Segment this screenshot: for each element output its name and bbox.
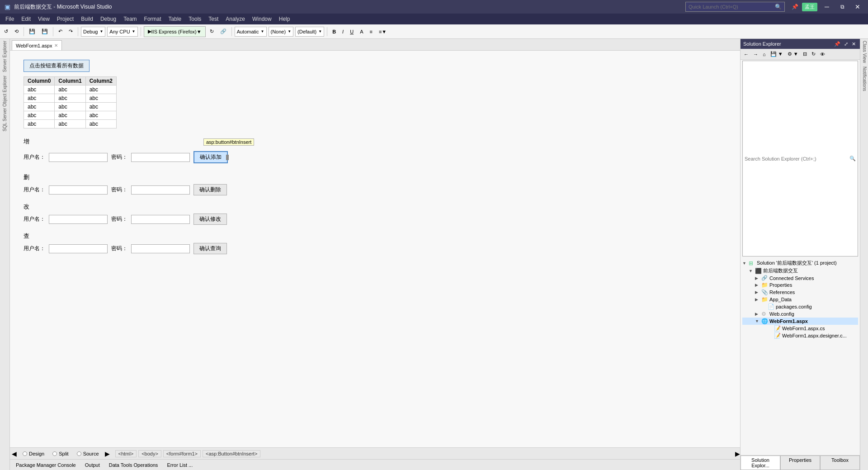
nav-right-arrow[interactable]: ▶	[103, 450, 112, 457]
sol-save-button[interactable]: 💾 ▼	[768, 49, 785, 60]
sidebar-server-explorer[interactable]: Server Explorer	[1, 39, 8, 74]
connected-services-item[interactable]: ▶ 🔗 Connected Services	[742, 275, 858, 281]
menu-debug[interactable]: Debug	[97, 15, 120, 23]
menu-tools[interactable]: Tools	[185, 15, 205, 23]
menu-table[interactable]: Table	[165, 15, 185, 23]
webform-expand-arrow[interactable]: ▼	[755, 319, 761, 323]
toolbar-new[interactable]: ↺	[2, 26, 10, 37]
view-all-data-button[interactable]: 点击按钮查看所有数据	[24, 60, 90, 72]
minimize-button[interactable]: ─	[821, 1, 833, 13]
tab-source[interactable]: Source	[73, 450, 103, 458]
solution-root-item[interactable]: ▼ ⊞ Solution '前后端数据交互' (1 project)	[742, 259, 858, 267]
edit-password-input[interactable]	[131, 215, 190, 224]
sol-collapse-button[interactable]: ⊟	[801, 49, 809, 60]
toolbar-undo2[interactable]: ↶	[56, 26, 65, 37]
bold-button[interactable]: B	[330, 26, 338, 37]
toolbar-save[interactable]: 💾	[39, 26, 50, 37]
add-username-input[interactable]	[49, 153, 108, 162]
add-password-input[interactable]	[131, 153, 190, 162]
error-list-tab[interactable]: Error List ...	[163, 461, 197, 469]
font-color-button[interactable]: A	[358, 26, 365, 37]
menu-edit[interactable]: Edit	[18, 15, 34, 23]
sol-back-button[interactable]: ←	[741, 49, 751, 60]
sol-forward-button[interactable]: →	[751, 49, 760, 60]
sol-home-button[interactable]: ⌂	[760, 49, 768, 60]
solution-expand-arrow[interactable]: ▼	[742, 261, 749, 266]
toolbox-tab[interactable]: Toolbox	[820, 456, 860, 470]
menu-file[interactable]: File	[2, 15, 18, 23]
tab-webform1[interactable]: WebForm1.aspx ✕	[12, 40, 62, 50]
attach-button[interactable]: 🔗	[218, 26, 229, 37]
webconfig-arrow[interactable]: ▶	[755, 312, 761, 316]
app-data-item[interactable]: ▶ 📁 App_Data	[742, 296, 858, 303]
project-item[interactable]: ▼ ⬛ 前后端数据交互	[742, 267, 858, 275]
pin-icon[interactable]: 📌	[792, 4, 798, 10]
restore-button[interactable]: ⧉	[836, 1, 848, 13]
menu-format[interactable]: Format	[141, 15, 165, 23]
properties-item[interactable]: ▶ 📁 Properties	[742, 281, 858, 289]
quick-launch-input[interactable]	[685, 2, 785, 12]
web-config-item[interactable]: ▶ ⚙ Web.config	[742, 310, 858, 318]
notifications-sidebar[interactable]: Notifications	[860, 65, 868, 93]
search-password-input[interactable]	[131, 244, 190, 253]
project-expand-arrow[interactable]: ▼	[749, 269, 755, 273]
breadcrumb-form[interactable]: <form#form1>	[163, 450, 201, 457]
solution-close-button[interactable]: ✕	[850, 41, 857, 47]
class-view-sidebar[interactable]: Class View	[860, 39, 868, 65]
cs-expand-arrow[interactable]: ▶	[755, 276, 761, 280]
sidebar-sql-server[interactable]: SQL Server Object Explorer	[1, 74, 8, 133]
properties-tab[interactable]: Properties	[780, 456, 820, 470]
search-username-input[interactable]	[49, 244, 108, 253]
webform-cs-item[interactable]: ▶ 📝 WebForm1.aspx.cs	[742, 325, 858, 332]
text-style-dropdown[interactable]: Automatic ▼	[235, 27, 267, 37]
refs-expand-arrow[interactable]: ▶	[755, 290, 761, 294]
add-confirm-button[interactable]: 确认添加	[193, 151, 228, 163]
edit-username-input[interactable]	[49, 215, 108, 224]
output-tab[interactable]: Output	[81, 461, 104, 469]
sol-settings-button[interactable]: ⚙ ▼	[785, 49, 801, 60]
font-style-dropdown[interactable]: (None) ▼	[269, 27, 294, 37]
font-theme-dropdown[interactable]: (Default) ▼	[295, 27, 324, 37]
breadcrumb-body[interactable]: <body>	[138, 450, 161, 457]
menu-analyze[interactable]: Analyze	[222, 15, 249, 23]
solution-explorer-tab[interactable]: Solution Explor...	[741, 456, 780, 470]
menu-build[interactable]: Build	[77, 15, 97, 23]
menu-window[interactable]: Window	[249, 15, 275, 23]
refresh-button[interactable]: ↻	[208, 26, 216, 37]
nav-left-arrow[interactable]: ◀	[10, 450, 19, 457]
delete-password-input[interactable]	[131, 185, 190, 195]
solution-expand-button[interactable]: ⤢	[843, 41, 849, 47]
menu-view[interactable]: View	[34, 15, 53, 23]
references-item[interactable]: ▶ 📎 References	[742, 289, 858, 296]
menu-help[interactable]: Help	[275, 15, 294, 23]
toolbar-redo[interactable]: ↷	[66, 26, 75, 37]
menu-team[interactable]: Team	[120, 15, 140, 23]
delete-username-input[interactable]	[49, 185, 108, 195]
menu-project[interactable]: Project	[53, 15, 77, 23]
close-tab-button[interactable]: ✕	[54, 43, 58, 48]
breadcrumb-html[interactable]: <html>	[115, 450, 137, 457]
sol-show-all-button[interactable]: 👁	[818, 49, 827, 60]
breadcrumb-end-arrow[interactable]: ▶	[735, 450, 740, 457]
sol-refresh-button[interactable]: ↻	[809, 49, 818, 60]
italic-button[interactable]: I	[340, 26, 346, 37]
appdata-expand-arrow[interactable]: ▶	[755, 297, 761, 302]
delete-confirm-button[interactable]: 确认删除	[193, 184, 227, 195]
close-button[interactable]: ✕	[852, 1, 863, 13]
props-expand-arrow[interactable]: ▶	[755, 283, 761, 287]
edit-confirm-button[interactable]: 确认修改	[193, 214, 227, 225]
package-manager-tab[interactable]: Package Manager Console	[12, 461, 80, 469]
solution-pin-button[interactable]: 📌	[833, 41, 842, 47]
resize-handle-right[interactable]	[226, 155, 229, 160]
user-avatar[interactable]: 孟王	[802, 3, 817, 11]
solution-search-input[interactable]	[745, 156, 849, 161]
toolbar-undo[interactable]: ⟲	[12, 26, 21, 37]
data-tools-tab[interactable]: Data Tools Operations	[105, 461, 162, 469]
platform-dropdown[interactable]: Any CPU ▼	[107, 27, 137, 37]
tab-design[interactable]: Design	[19, 450, 48, 458]
menu-test[interactable]: Test	[205, 15, 222, 23]
toolbar-save-all[interactable]: 💾	[27, 26, 38, 37]
align-button[interactable]: ≡	[367, 26, 374, 37]
tab-split[interactable]: Split	[48, 450, 72, 458]
packages-config-item[interactable]: ▶ 📄 packages.config	[742, 303, 858, 310]
